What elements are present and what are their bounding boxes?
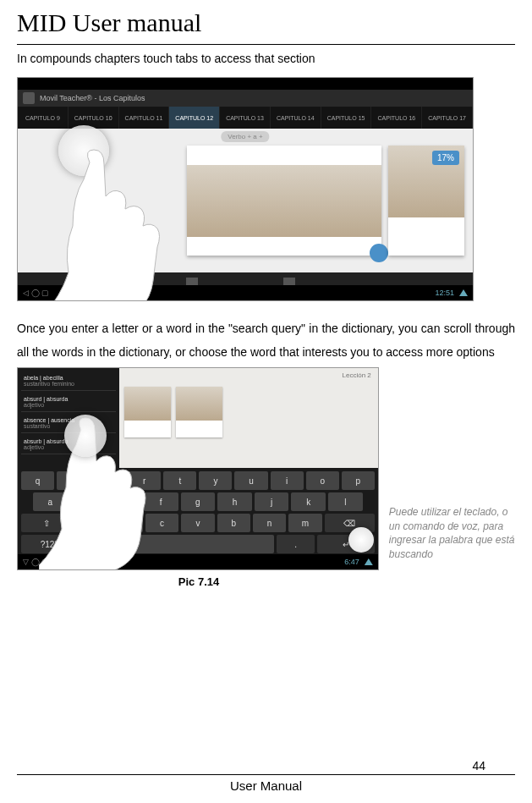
key-symbols[interactable]: ?123	[21, 535, 79, 553]
list-item[interactable]: absence | ausenciasustantivo	[21, 414, 116, 433]
list-item[interactable]: abela | abecillasustantivo feminino	[21, 371, 116, 391]
app-title-text: Movil Teacher® - Los Capitulos	[40, 94, 145, 102]
android-navbar: ◁ ◯ ▢ 12:51	[18, 285, 473, 300]
key-a[interactable]: a	[33, 492, 68, 511]
page-footer: 44 User Manual	[17, 759, 515, 793]
dictionary-wordlist[interactable]: abela | abecillasustantivo feminino absu…	[18, 368, 119, 468]
key-shift[interactable]: ⇧	[21, 514, 71, 532]
key-e[interactable]: e	[92, 471, 125, 490]
dictionary-detail-pane: Lección 2	[119, 368, 378, 468]
key-comma[interactable]: ,	[81, 535, 119, 553]
key-o[interactable]: o	[306, 471, 339, 490]
key-h[interactable]: h	[217, 492, 252, 511]
example-card[interactable]	[176, 387, 222, 437]
tab-capitulo-16[interactable]: CAPITULO 16	[371, 107, 422, 129]
figure-caption: Pic 7.14	[17, 575, 381, 588]
app-titlebar: Movil Teacher® - Los Capitulos	[18, 90, 473, 107]
key-p[interactable]: p	[342, 471, 375, 490]
screenshot-dictionary: abela | abecillasustantivo feminino absu…	[17, 367, 379, 570]
clock-text: 6:47	[344, 558, 359, 566]
key-l[interactable]: l	[328, 492, 363, 511]
key-k[interactable]: k	[291, 492, 326, 511]
key-v[interactable]: v	[181, 514, 214, 532]
key-period[interactable]: .	[277, 535, 315, 553]
footer-rule	[17, 774, 515, 775]
ribbon-label: Verbo + a +	[221, 131, 269, 142]
key-d[interactable]: d	[107, 492, 141, 511]
document-title: MID User manual	[17, 8, 515, 37]
list-item[interactable]: absurb | absurdoadjetivo	[21, 435, 116, 454]
android-statusbar	[18, 78, 473, 90]
key-f[interactable]: f	[144, 492, 178, 511]
tab-capitulo-12[interactable]: CAPITULO 12	[169, 107, 220, 129]
tab-capitulo-13[interactable]: CAPITULO 13	[220, 107, 271, 129]
example-card[interactable]	[124, 387, 171, 437]
wifi-icon	[459, 289, 468, 296]
android-navbar: ▽ ◯ ▢ 6:47	[18, 554, 378, 569]
key-u[interactable]: u	[234, 471, 267, 490]
lesson-label: Lección 2	[343, 371, 371, 379]
onscreen-keyboard: q w e r t y u i o p a s d f g h j k l	[18, 468, 378, 556]
lesson-card-next[interactable]: 17%	[388, 146, 464, 256]
tab-capitulo-9[interactable]: CAPITULO 9	[18, 107, 69, 129]
mic-indicator-icon	[348, 527, 374, 553]
key-w[interactable]: w	[57, 471, 90, 490]
tab-capitulo-17[interactable]: CAPITULO 17	[422, 107, 473, 129]
annotation-text: Puede utilizar el teclado, o un comando …	[389, 505, 515, 570]
key-b[interactable]: b	[217, 514, 250, 532]
tab-capitulo-11[interactable]: CAPITULO 11	[119, 107, 170, 129]
key-z[interactable]: z	[74, 514, 107, 532]
chapter-tabs-row: CAPITULO 9 CAPITULO 10 CAPITULO 11 CAPIT…	[18, 107, 473, 129]
title-rule	[17, 44, 515, 45]
key-y[interactable]: y	[199, 471, 232, 490]
app-icon	[23, 92, 35, 104]
key-g[interactable]: g	[181, 492, 216, 511]
chapter-content-area: Verbo + a + 17%	[18, 129, 473, 272]
key-x[interactable]: x	[109, 514, 142, 532]
screenshot-chapters: Movil Teacher® - Los Capitulos CAPITULO …	[17, 77, 474, 301]
lesson-thumbnail	[187, 165, 381, 237]
key-n[interactable]: n	[253, 514, 286, 532]
key-t[interactable]: t	[163, 471, 196, 490]
key-q[interactable]: q	[21, 471, 54, 490]
key-r[interactable]: r	[128, 471, 161, 490]
page-number: 44	[17, 759, 515, 773]
tab-capitulo-10[interactable]: CAPITULO 10	[69, 107, 119, 129]
key-j[interactable]: j	[255, 492, 289, 511]
key-space[interactable]	[122, 535, 274, 553]
lesson-card-main[interactable]	[187, 146, 381, 256]
nav-buttons[interactable]: ◁ ◯ ▢	[23, 289, 49, 297]
list-item[interactable]: absurd | absurdaadjetivo	[21, 393, 116, 412]
tab-capitulo-14[interactable]: CAPITULO 14	[271, 107, 321, 129]
wifi-icon	[365, 558, 373, 565]
footer-label: User Manual	[17, 778, 515, 793]
tab-capitulo-15[interactable]: CAPITULO 15	[321, 107, 372, 129]
key-c[interactable]: c	[145, 514, 178, 532]
key-i[interactable]: i	[271, 471, 304, 490]
instruction-text-1: In compounds chapters touch tabs to acce…	[17, 52, 515, 65]
nav-buttons[interactable]: ▽ ◯ ▢	[23, 558, 49, 566]
key-s[interactable]: s	[70, 492, 105, 511]
instruction-text-2: Once you enter a letter or a word in the…	[17, 316, 515, 364]
clock-text: 12:51	[435, 289, 454, 297]
progress-badge: 17%	[432, 151, 459, 165]
key-m[interactable]: m	[288, 514, 321, 532]
